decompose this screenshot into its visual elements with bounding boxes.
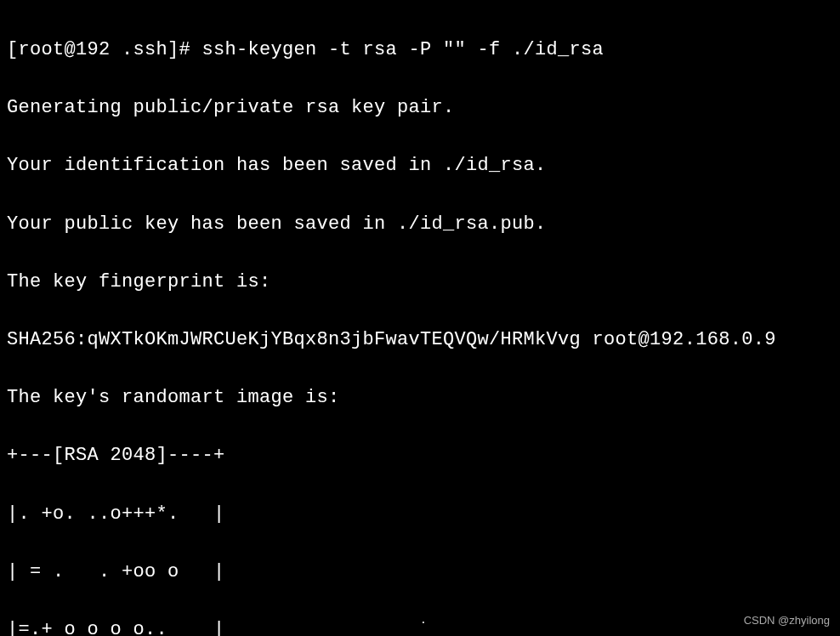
center-dot: . <box>420 612 427 629</box>
terminal-line: The key fingerprint is: <box>7 268 833 297</box>
terminal-line: +---[RSA 2048]----+ <box>7 441 833 470</box>
terminal-line: Generating public/private rsa key pair. <box>7 94 833 122</box>
terminal-line: | = . . +oo o | <box>7 558 833 587</box>
terminal-line: |. +o. ..o+++*. | <box>7 500 833 529</box>
terminal-line: [root@192 .ssh]# ssh-keygen -t rsa -P ""… <box>7 36 833 65</box>
watermark-text: CSDN @zhyilong <box>744 612 830 629</box>
terminal-line: Your public key has been saved in ./id_r… <box>7 210 833 239</box>
terminal-line: SHA256:qWXTkOKmJWRCUeKjYBqx8n3jbFwavTEQV… <box>7 326 833 355</box>
terminal-output[interactable]: [root@192 .ssh]# ssh-keygen -t rsa -P ""… <box>7 7 833 636</box>
terminal-line: Your identification has been saved in ./… <box>7 151 833 180</box>
terminal-line: The key's randomart image is: <box>7 383 833 412</box>
